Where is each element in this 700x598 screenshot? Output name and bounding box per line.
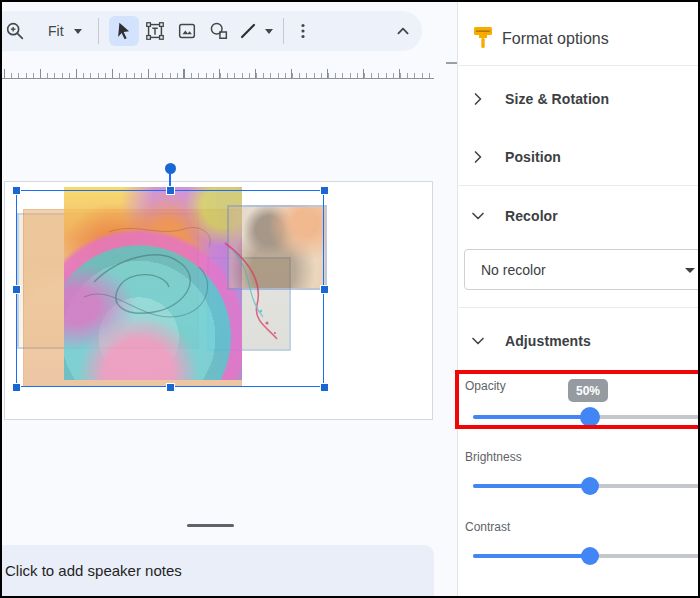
selection-handle-bottom-center[interactable] xyxy=(166,383,175,392)
contrast-slider-thumb[interactable] xyxy=(581,547,599,565)
app-window: Fit xyxy=(0,0,700,598)
toolbar: Fit xyxy=(2,11,422,51)
speaker-notes-placeholder[interactable]: Click to add speaker notes xyxy=(5,562,182,579)
select-tool-button[interactable] xyxy=(109,16,139,46)
zoom-level-value[interactable]: Fit xyxy=(48,23,64,39)
slider-track-fill xyxy=(473,554,590,558)
recolor-dropdown-value: No recolor xyxy=(481,262,546,278)
section-label: Recolor xyxy=(505,208,558,224)
text-box-button[interactable] xyxy=(139,16,171,46)
opacity-value-tooltip: 50% xyxy=(568,379,608,402)
more-options-button[interactable] xyxy=(290,16,316,46)
brightness-slider-thumb[interactable] xyxy=(581,477,599,495)
section-label: Size & Rotation xyxy=(505,91,609,107)
slider-track-fill xyxy=(473,484,590,488)
slide-canvas-area: Fit xyxy=(2,2,457,596)
toolbar-separator xyxy=(98,18,99,44)
chevron-right-icon xyxy=(468,89,488,109)
panel-title: Format options xyxy=(502,30,609,48)
selection-handle-top-left[interactable] xyxy=(12,186,21,195)
chevron-down-icon xyxy=(468,206,488,226)
section-label: Adjustments xyxy=(505,333,591,349)
brightness-slider[interactable] xyxy=(473,476,699,496)
section-position[interactable]: Position xyxy=(458,140,700,174)
selection-handle-top-center[interactable] xyxy=(166,186,175,195)
section-adjustments[interactable]: Adjustments xyxy=(458,324,700,358)
insert-line-icon xyxy=(237,20,259,42)
contrast-slider[interactable] xyxy=(473,546,699,566)
selection-handle-middle-left[interactable] xyxy=(12,285,21,294)
fit-caret-icon[interactable] xyxy=(74,29,82,34)
dropdown-caret-icon xyxy=(685,268,695,273)
section-label: Position xyxy=(505,149,561,165)
notes-resize-grip[interactable] xyxy=(187,524,234,527)
insert-image-icon xyxy=(176,20,198,42)
contrast-label: Contrast xyxy=(465,520,510,534)
zoom-in-icon[interactable] xyxy=(4,20,26,42)
horizontal-ruler xyxy=(2,68,434,79)
select-tool-icon xyxy=(113,20,135,42)
toolbar-separator xyxy=(283,18,284,44)
section-size-rotation[interactable]: Size & Rotation xyxy=(458,82,700,116)
section-recolor[interactable]: Recolor xyxy=(458,199,700,233)
format-options-panel: Format options Size & Rotation Position … xyxy=(458,2,700,596)
chevron-down-icon xyxy=(468,331,488,351)
brightness-label: Brightness xyxy=(465,450,522,464)
selection-outline xyxy=(16,190,324,387)
selection-handle-top-right[interactable] xyxy=(320,186,329,195)
insert-line-button[interactable] xyxy=(235,16,261,46)
more-options-icon xyxy=(292,20,314,42)
recolor-dropdown[interactable]: No recolor xyxy=(464,249,700,290)
panel-section-divider xyxy=(458,65,700,66)
selection-handle-bottom-left[interactable] xyxy=(12,383,21,392)
collapse-toolbar-button[interactable] xyxy=(392,16,414,46)
opacity-value: 50% xyxy=(576,384,600,398)
panel-section-divider xyxy=(458,185,700,186)
selection-handle-middle-right[interactable] xyxy=(320,285,329,294)
collapse-toolbar-icon xyxy=(392,20,414,42)
panel-section-divider xyxy=(458,307,700,308)
insert-image-button[interactable] xyxy=(171,16,203,46)
paint-brush-icon xyxy=(471,25,495,51)
line-caret-icon[interactable] xyxy=(265,29,273,34)
insert-shape-button[interactable] xyxy=(203,16,235,46)
insert-shape-icon xyxy=(208,20,230,42)
chevron-right-icon xyxy=(468,147,488,167)
rotation-handle[interactable] xyxy=(165,163,176,174)
selection-handle-bottom-right[interactable] xyxy=(320,383,329,392)
text-box-icon xyxy=(144,20,166,42)
